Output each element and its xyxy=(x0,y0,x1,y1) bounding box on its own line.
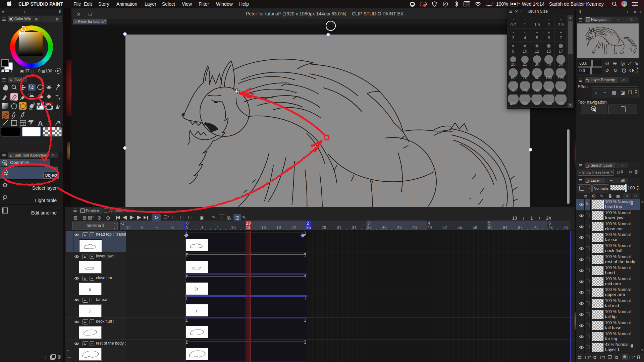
svg-text:NC b: NC b xyxy=(46,103,51,105)
svg-text:A: A xyxy=(38,120,43,127)
svg-text:NC: NC xyxy=(37,103,40,105)
